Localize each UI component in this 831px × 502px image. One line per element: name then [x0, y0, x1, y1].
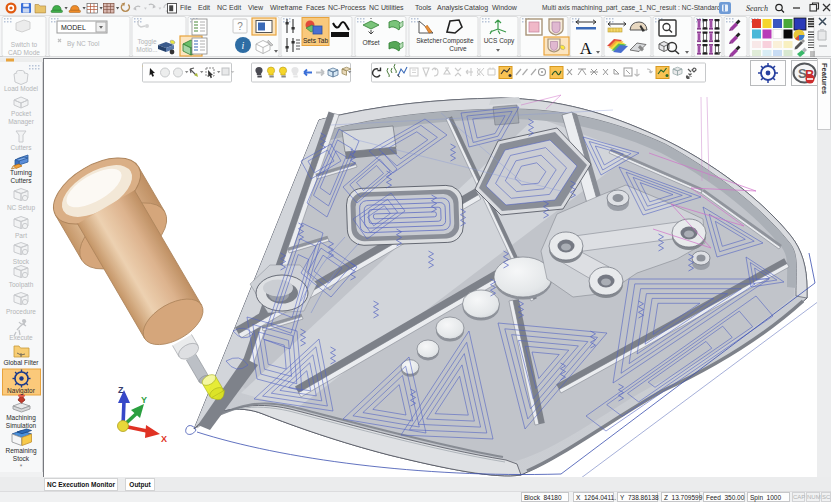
svg-text:Turning: Turning	[10, 169, 32, 177]
svg-text:Cutters: Cutters	[11, 144, 33, 151]
svg-text:Search: Search	[746, 4, 768, 13]
svg-text:A: A	[580, 39, 593, 57]
svg-text:Manager: Manager	[8, 118, 34, 126]
svg-text:Remaining: Remaining	[5, 447, 36, 455]
svg-text:Pocket: Pocket	[11, 110, 31, 117]
svg-text:Stock: Stock	[13, 258, 30, 265]
svg-text:Composite: Composite	[442, 37, 473, 45]
svg-text:Simulation: Simulation	[6, 422, 37, 429]
svg-text:Stock: Stock	[13, 455, 30, 462]
svg-text:Sets Tab: Sets Tab	[303, 37, 329, 44]
svg-text:Y: Y	[141, 395, 147, 405]
svg-text:Z: Z	[118, 385, 124, 395]
svg-text:NC Setup: NC Setup	[7, 204, 36, 212]
svg-text:Sketcher: Sketcher	[416, 37, 442, 44]
svg-text:Switch to: Switch to	[11, 41, 38, 48]
svg-text:Global Filter: Global Filter	[3, 359, 39, 366]
svg-text:Curve: Curve	[449, 45, 467, 52]
svg-text:Execute: Execute	[9, 334, 33, 341]
svg-text:Load Model: Load Model	[4, 85, 39, 92]
svg-text:Part: Part	[15, 232, 27, 239]
svg-text:*: *	[20, 463, 23, 470]
svg-text:?: ?	[237, 21, 243, 32]
svg-text:Procedure: Procedure	[6, 308, 36, 315]
svg-text:Toolpath: Toolpath	[9, 281, 34, 289]
svg-text:Toggle: Toggle	[137, 38, 157, 46]
svg-text:CAD Mode: CAD Mode	[8, 49, 40, 56]
svg-text:Machining: Machining	[6, 414, 36, 422]
svg-text:i: i	[242, 40, 245, 51]
svg-text:Navigator: Navigator	[7, 387, 36, 395]
svg-text:Motio...: Motio...	[136, 46, 158, 53]
svg-text:MODEL: MODEL	[61, 24, 86, 31]
svg-text:Offset: Offset	[362, 39, 379, 46]
svg-text:X: X	[161, 434, 167, 444]
svg-text:Cutters: Cutters	[11, 177, 33, 184]
svg-text:UCS Copy: UCS Copy	[484, 37, 515, 45]
svg-text:By NC Tool: By NC Tool	[67, 40, 100, 48]
